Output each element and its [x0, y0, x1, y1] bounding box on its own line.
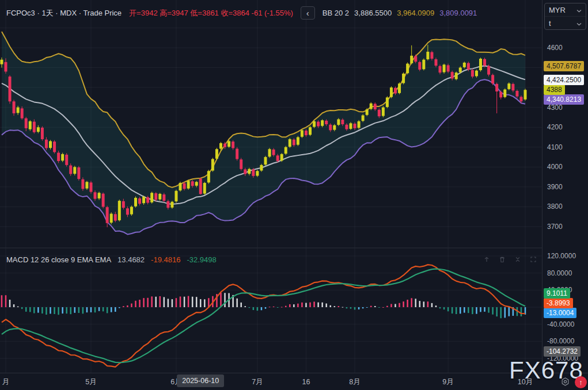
price-tick-label: 4600: [547, 44, 563, 52]
macd-hist-badge: -13.0004: [544, 308, 576, 318]
axis-settings-box: MYR t: [544, 3, 586, 30]
price-tick-label: 3800: [547, 202, 563, 211]
time-tick-label: 7月: [252, 377, 263, 387]
bb-lower-value: 3,809.0091: [439, 9, 477, 17]
arrow-up-icon: ↑: [579, 378, 583, 387]
bb-lower-badge: 4,340.8213: [544, 94, 584, 105]
move-pane-up-button[interactable]: [480, 254, 494, 265]
price-tick-label: 4300: [547, 104, 563, 112]
time-tick-label: 月: [2, 377, 10, 387]
bb-upper-value: 3,964.0909: [397, 9, 434, 17]
time-tick-label: 16: [302, 378, 310, 386]
macd-tick-label: 80.0000: [547, 269, 572, 277]
scroll-top-button[interactable]: ↑: [575, 376, 587, 388]
collapse-icon: [514, 256, 522, 263]
macd-legend: MACD 12 26 close 9 EMA EMA 13.4682 -19.4…: [6, 255, 217, 264]
bb-basis-value: 3,886.5500: [354, 9, 392, 17]
unit-label: t: [549, 19, 551, 28]
macd-tick-label: 120.0000: [547, 252, 576, 260]
chevron-down-icon: [576, 6, 582, 14]
back-button[interactable]: ‹: [301, 6, 315, 20]
chart-canvas[interactable]: [0, 0, 542, 373]
bollinger-legend: BB 20 2 3,886.5500 3,964.0909 3,809.0091: [323, 9, 477, 17]
maximize-icon: [529, 256, 537, 263]
macd-tick-label: -80.0000: [547, 337, 574, 345]
macd-signal-value: -32.9498: [187, 255, 216, 264]
time-tick-label: 9月: [442, 377, 453, 387]
crosshair-date-badge: 2025-06-10: [177, 374, 224, 387]
macd-toolbar: [480, 254, 540, 265]
delete-indicator-button[interactable]: [495, 254, 509, 265]
trading-chart-app: FCPOc3 · 1天 · MDX · Trade Price 开=3942 高…: [0, 0, 588, 390]
price-tick-label: 4200: [547, 123, 563, 131]
collapse-pane-button[interactable]: [511, 254, 525, 265]
time-tick-label: 8月: [349, 377, 360, 387]
ohlc-values: 开=3942 高=3947 低=3861 收=3864 -61 (-1.55%): [129, 8, 293, 18]
macd-label: MACD 12 26 close 9 EMA EMA: [6, 255, 111, 264]
maximize-pane-button[interactable]: [526, 254, 540, 265]
time-tick-label: 5月: [85, 377, 96, 387]
currency-label: MYR: [549, 6, 566, 14]
macd-hist-value: 13.4682: [117, 255, 145, 264]
macd-signal-badge: 9.1011: [544, 288, 570, 299]
price-tick-label: 3700: [547, 223, 563, 231]
symbol-title: FCPOc3 · 1天 · MDX · Trade Price: [6, 8, 122, 18]
price-tick-label: 4000: [547, 163, 563, 171]
macd-crosshair-badge: -104.2732: [544, 346, 581, 357]
macd-pane: [1, 265, 526, 367]
watermark: FX678: [509, 357, 583, 384]
bb-basis-badge: 4,424.2500: [544, 75, 584, 85]
trash-icon: [498, 256, 506, 263]
last-price-badge: 4388: [544, 85, 565, 95]
currency-dropdown[interactable]: MYR: [545, 3, 586, 16]
chevron-down-icon: [576, 19, 582, 28]
time-axis[interactable]: 2025-06-10 月5月6月7月168月9月10月: [0, 373, 588, 390]
chart-legend: FCPOc3 · 1天 · MDX · Trade Price 开=3942 高…: [6, 6, 477, 20]
bb-label: BB 20 2: [323, 9, 349, 17]
bollinger-bands: [2, 32, 525, 234]
arrow-up-icon: [483, 256, 491, 263]
macd-line-badge: -3.8993: [544, 298, 573, 308]
macd-tick-label: -40.0000: [547, 320, 574, 328]
price-axis[interactable]: MYR t 4600450044004300420041004000390038…: [542, 0, 588, 373]
price-tick-label: 3900: [547, 183, 563, 191]
macd-line-value: -19.4816: [151, 255, 180, 264]
price-tick-label: 4100: [547, 143, 563, 151]
bb-upper-badge: 4,507.6787: [544, 61, 584, 71]
chevron-left-icon: ‹: [306, 8, 309, 18]
unit-dropdown[interactable]: t: [545, 16, 586, 29]
